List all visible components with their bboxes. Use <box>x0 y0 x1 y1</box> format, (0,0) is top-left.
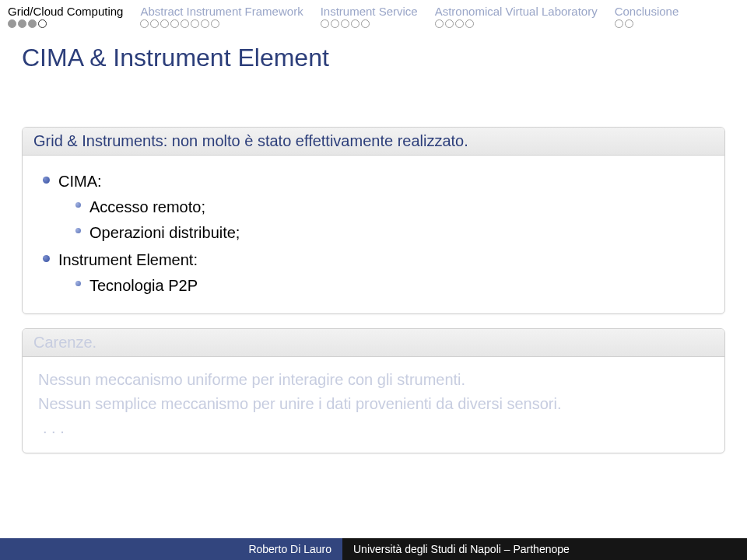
block-heading: Carenze. <box>23 329 724 357</box>
progress-dot <box>331 19 339 28</box>
nav-sections: Grid/Cloud ComputingAbstract Instrument … <box>0 0 747 30</box>
footer: Roberto Di Lauro Università degli Studi … <box>0 538 747 560</box>
bullet-instrument-element: Instrument Element: Tecnologia P2P <box>43 248 709 298</box>
progress-dot <box>8 19 16 28</box>
progress-dot <box>170 19 179 28</box>
bullet-label: CIMA: <box>58 173 102 190</box>
progress-dot <box>181 19 189 28</box>
nav-label: Astronomical Virtual Laboratory <box>435 5 598 18</box>
progress-dot <box>465 19 474 28</box>
faded-text: Nessun meccanismo uniforme per interagir… <box>38 368 709 392</box>
nav-section[interactable]: Astronomical Virtual Laboratory <box>435 5 598 28</box>
nav-progress-dots <box>8 19 123 28</box>
progress-dot <box>341 19 349 28</box>
nav-progress-dots <box>615 19 679 28</box>
block-realizzato: Grid & Instruments: non molto è stato ef… <box>22 127 725 314</box>
progress-dot <box>150 19 159 28</box>
subbullet: Operazioni distribuite; <box>75 221 709 245</box>
progress-dot <box>18 19 26 28</box>
nav-label: Conclusione <box>615 5 679 18</box>
progress-dot <box>160 19 169 28</box>
nav-section[interactable]: Abstract Instrument Framework <box>140 5 303 28</box>
bullet-label: Instrument Element: <box>58 251 198 268</box>
progress-dot <box>28 19 37 28</box>
block-heading: Grid & Instruments: non molto è stato ef… <box>23 128 724 156</box>
progress-dot <box>435 19 444 28</box>
progress-dot <box>351 19 359 28</box>
progress-dot <box>445 19 454 28</box>
faded-text: Nessun semplice meccanismo per unire i d… <box>38 392 709 416</box>
progress-dot <box>211 19 219 28</box>
bullet-cima: CIMA: Accesso remoto; Operazioni distrib… <box>43 170 709 245</box>
progress-dot <box>38 19 47 28</box>
progress-dot <box>361 19 370 28</box>
progress-dot <box>625 19 633 28</box>
nav-progress-dots <box>321 19 418 28</box>
progress-dot <box>615 19 623 28</box>
nav-section[interactable]: Instrument Service <box>321 5 418 28</box>
nav-label: Instrument Service <box>321 5 418 18</box>
subbullet: Tecnologia P2P <box>75 274 709 298</box>
nav-section[interactable]: Grid/Cloud Computing <box>8 5 123 28</box>
slide-title: CIMA & Instrument Element <box>0 30 747 80</box>
nav-progress-dots <box>435 19 598 28</box>
progress-dot <box>191 19 199 28</box>
subbullet: Accesso remoto; <box>75 195 709 219</box>
nav-label: Grid/Cloud Computing <box>8 5 123 18</box>
footer-author: Roberto Di Lauro <box>8 543 342 555</box>
progress-dot <box>201 19 209 28</box>
progress-dot <box>455 19 464 28</box>
nav-label: Abstract Instrument Framework <box>140 5 303 18</box>
progress-dot <box>140 19 149 28</box>
block-carenze: Carenze. Nessun meccanismo uniforme per … <box>22 328 725 453</box>
footer-affiliation: Università degli Studi di Napoli – Parth… <box>353 543 570 555</box>
ellipsis: . . . <box>38 416 709 440</box>
nav-section[interactable]: Conclusione <box>615 5 679 28</box>
progress-dot <box>321 19 329 28</box>
nav-progress-dots <box>140 19 303 28</box>
